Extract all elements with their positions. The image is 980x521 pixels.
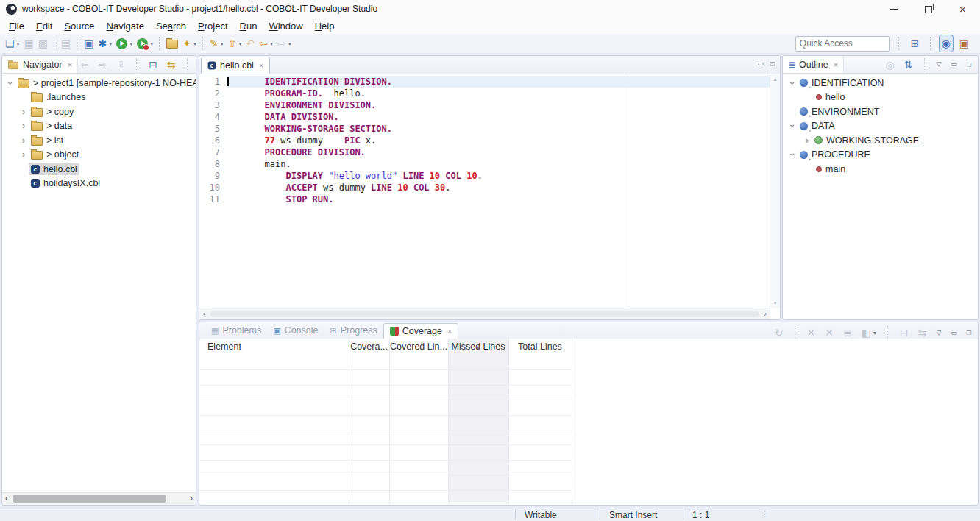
terminal-button[interactable]: ▣ [82, 35, 96, 52]
close-view-icon[interactable]: × [834, 60, 838, 69]
code-line-8[interactable]: 8 main. [199, 158, 770, 170]
print-button[interactable]: ▤ [59, 35, 73, 52]
tree-item-data[interactable]: ›DATA [783, 119, 978, 134]
coverage-button[interactable]: ▶▾ [135, 35, 155, 52]
column-header-covera[interactable]: Covera... [349, 339, 389, 355]
tab-problems[interactable]: ▦Problems [205, 322, 267, 339]
forward-button[interactable]: ⇨ [96, 57, 110, 73]
code-line-10[interactable]: 10 ACCEPT ws-dummy LINE 10 COL 30. [199, 182, 770, 194]
expand-arrow-icon[interactable]: › [18, 107, 29, 117]
scroll-left-icon[interactable]: ‹ [5, 493, 8, 503]
tree-item-holidaysix-cbl[interactable]: holidaysIX.cbl [2, 177, 196, 191]
code-line-1[interactable]: 1 IDENTIFICATION DIVISION. [199, 76, 770, 88]
save-all-button[interactable]: ▩ [36, 35, 50, 52]
dropdown-arrow-icon[interactable]: ▾ [193, 40, 196, 47]
table-row[interactable] [200, 475, 572, 490]
expand-arrow-icon[interactable]: › [18, 149, 29, 160]
collapse-arrow-icon[interactable]: › [787, 149, 798, 160]
forward-button[interactable]: ⇨▾ [275, 35, 294, 52]
up-button[interactable]: ⇧ [114, 57, 127, 73]
tree-item-hello-cbl[interactable]: hello.cbl [2, 162, 196, 177]
scroll-up-icon[interactable]: ▴ [770, 76, 780, 82]
dropdown-arrow-icon[interactable]: ▾ [239, 40, 242, 47]
outline-view-tab[interactable]: Outline × [783, 56, 844, 73]
menu-file[interactable]: File [3, 19, 30, 33]
tree-item-copy[interactable]: ›> copy [2, 104, 196, 119]
editor-tab-hello-cbl[interactable]: hello.cbl × [201, 57, 270, 74]
open-resource-button[interactable] [164, 35, 180, 52]
column-header-element[interactable]: Element [202, 339, 349, 355]
expand-arrow-icon[interactable]: › [802, 135, 812, 146]
last-edit-location-button[interactable]: ⇧▾ [226, 35, 244, 52]
menu-navigate[interactable]: Navigate [101, 19, 150, 33]
menu-run[interactable]: Run [234, 19, 263, 33]
table-row[interactable] [200, 370, 572, 385]
table-row[interactable] [200, 386, 572, 400]
code-line-5[interactable]: 5 WORKING-STORAGE SECTION. [199, 123, 770, 135]
dropdown-arrow-icon[interactable]: ▾ [270, 40, 273, 47]
column-header-covered-lin[interactable]: Covered Lin... [389, 339, 448, 355]
dropdown-arrow-icon[interactable]: ▾ [288, 40, 291, 47]
scroll-right-icon[interactable]: › [190, 493, 193, 503]
tree-item-lst[interactable]: ›> lst [2, 133, 196, 148]
navigator-horizontal-scrollbar[interactable]: ‹ › [2, 492, 196, 505]
tree-item-object[interactable]: ›> object [2, 148, 196, 163]
table-row[interactable] [200, 355, 572, 370]
scrollbar-thumb[interactable] [210, 311, 759, 317]
navigator-view-tab[interactable]: Navigator × [2, 56, 78, 73]
dropdown-arrow-icon[interactable]: ▾ [221, 40, 224, 47]
collapse-arrow-icon[interactable]: › [787, 121, 798, 131]
scrollbar-thumb[interactable] [13, 495, 166, 503]
back-button[interactable]: ⇦▾ [257, 35, 275, 52]
close-window-button[interactable]: × [945, 0, 980, 18]
scroll-down-icon[interactable]: ▾ [770, 300, 780, 306]
back-button[interactable]: ⇦ [78, 57, 91, 73]
table-row[interactable] [200, 445, 572, 460]
collapse-arrow-icon[interactable]: › [5, 78, 15, 88]
tab-coverage[interactable]: Coverage× [383, 323, 459, 339]
dropdown-arrow-icon[interactable]: ▾ [150, 40, 153, 47]
table-row[interactable] [200, 491, 572, 504]
code-line-11[interactable]: 11 STOP RUN. [199, 194, 770, 205]
dropdown-arrow-icon[interactable]: ▾ [873, 330, 876, 336]
back-history-button[interactable]: ↶ [244, 35, 258, 52]
minimize-window-button[interactable] [876, 0, 911, 18]
tree-item-working-storage[interactable]: ›WORKING-STORAGE [783, 133, 978, 148]
close-view-icon[interactable]: × [68, 60, 72, 69]
menu-help[interactable]: Help [309, 19, 341, 33]
restore-window-button[interactable] [911, 0, 945, 18]
tree-item-environment[interactable]: ENVIRONMENT [783, 104, 978, 119]
code-line-4[interactable]: 4 DATA DIVISION. [199, 111, 770, 123]
code-line-7[interactable]: 7 PROCEDURE DIVISION. [199, 146, 770, 158]
new-button[interactable]: ❏▾ [3, 35, 22, 52]
menu-edit[interactable]: Edit [30, 19, 58, 33]
code-line-2[interactable]: 2 PROGRAM-ID. hello. [199, 88, 770, 99]
code-line-3[interactable]: 3 ENVIRONMENT DIVISION. [199, 99, 770, 111]
dropdown-arrow-icon[interactable]: ▾ [109, 40, 112, 47]
table-row[interactable] [200, 400, 572, 415]
tree-item-identification[interactable]: ›IDENTIFICATION [783, 76, 978, 91]
link-with-editor-button[interactable]: ⇆ [165, 57, 178, 73]
scroll-left-icon[interactable]: ‹ [203, 309, 206, 318]
close-tab-icon[interactable]: × [447, 327, 452, 336]
tree-item-data[interactable]: ›> data [2, 119, 196, 134]
editor-horizontal-scrollbar[interactable]: ‹ › [199, 308, 770, 319]
table-row[interactable] [200, 461, 572, 475]
debug-button[interactable]: ✱▾ [96, 35, 115, 52]
save-button[interactable]: ▦ [22, 35, 36, 52]
column-header-total-lines[interactable]: Total Lines [508, 339, 572, 355]
tab-console[interactable]: ▣Console [267, 322, 324, 339]
open-perspective-button[interactable]: ⊞ [909, 35, 922, 52]
minimize-view-button[interactable]: ▭ [948, 57, 959, 73]
quick-access-input[interactable] [795, 36, 890, 52]
close-tab-icon[interactable]: × [259, 61, 263, 70]
view-menu-button[interactable]: ▽ [934, 57, 944, 73]
menu-project[interactable]: Project [192, 19, 233, 33]
table-row[interactable] [200, 416, 572, 430]
expand-arrow-icon[interactable]: › [18, 121, 29, 131]
perspective-cobol-button[interactable]: ▣ [957, 35, 971, 52]
focus-button[interactable]: ◎ [884, 57, 897, 73]
maximize-view-button[interactable]: □ [965, 57, 973, 73]
menu-window[interactable]: Window [263, 19, 308, 33]
expand-arrow-icon[interactable]: › [18, 135, 29, 146]
